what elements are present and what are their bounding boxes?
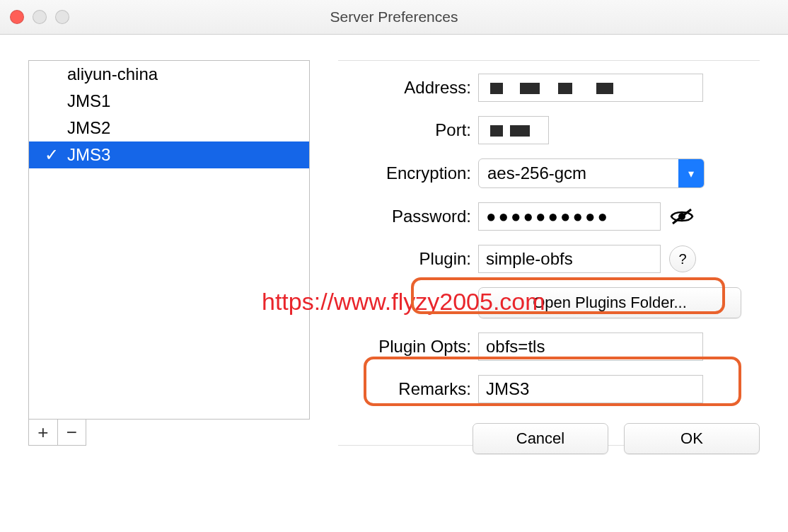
plugin-opts-input[interactable] bbox=[478, 332, 703, 361]
port-input[interactable] bbox=[478, 116, 549, 144]
minimize-button[interactable] bbox=[33, 10, 47, 24]
address-masked bbox=[486, 74, 695, 103]
password-input[interactable]: ●●●●●●●●●● bbox=[478, 202, 661, 231]
server-name: JMS3 bbox=[67, 145, 110, 164]
toggle-password-visibility[interactable] bbox=[669, 204, 695, 229]
window-title: Server Preferences bbox=[0, 0, 788, 34]
chevron-down-icon: ▾ bbox=[678, 159, 704, 187]
label-port: Port: bbox=[338, 120, 478, 140]
row-password: Password: ●●●●●●●●●● bbox=[338, 202, 760, 231]
row-port: Port: bbox=[338, 116, 760, 144]
label-plugin: Plugin: bbox=[338, 249, 478, 269]
row-remarks: Remarks: bbox=[338, 375, 760, 403]
footer-buttons: Cancel OK bbox=[473, 423, 760, 454]
label-remarks: Remarks: bbox=[338, 379, 478, 399]
label-password: Password: bbox=[338, 207, 478, 226]
server-name: JMS2 bbox=[67, 118, 110, 137]
checkmark-icon: ✓ bbox=[45, 141, 59, 168]
plugin-help-button[interactable]: ? bbox=[669, 245, 696, 272]
remarks-input[interactable] bbox=[478, 375, 703, 403]
label-plugin-opts: Plugin Opts: bbox=[338, 337, 478, 357]
label-address: Address: bbox=[338, 78, 478, 98]
close-button[interactable] bbox=[10, 10, 24, 24]
label-encryption: Encryption: bbox=[338, 163, 478, 183]
row-plugin: Plugin: ? bbox=[338, 245, 760, 273]
eye-off-icon bbox=[670, 208, 694, 225]
server-name: JMS1 bbox=[67, 91, 110, 110]
server-name: aliyun-china bbox=[67, 64, 158, 83]
port-masked bbox=[486, 117, 541, 145]
right-column: Address: Port: bbox=[338, 60, 760, 446]
encryption-select[interactable]: aes-256-gcm ▾ bbox=[478, 158, 705, 188]
content: aliyun-chinaJMS1JMS2✓JMS3 + − Address: bbox=[0, 35, 788, 467]
cancel-button[interactable]: Cancel bbox=[473, 423, 608, 454]
address-input[interactable] bbox=[478, 74, 703, 102]
server-row-1[interactable]: JMS1 bbox=[29, 88, 309, 115]
server-row-0[interactable]: aliyun-china bbox=[29, 61, 309, 88]
zoom-button[interactable] bbox=[55, 10, 69, 24]
row-address: Address: bbox=[338, 74, 760, 102]
server-row-2[interactable]: JMS2 bbox=[29, 115, 309, 141]
remove-server-button[interactable]: − bbox=[58, 420, 86, 445]
row-plugin-opts: Plugin Opts: bbox=[338, 332, 760, 361]
encryption-value: aes-256-gcm bbox=[479, 159, 678, 187]
row-open-plugins: Open Plugins Folder... bbox=[338, 287, 760, 318]
server-list[interactable]: aliyun-chinaJMS1JMS2✓JMS3 bbox=[28, 60, 310, 420]
row-encryption: Encryption: aes-256-gcm ▾ bbox=[338, 158, 760, 188]
traffic-lights bbox=[10, 10, 69, 24]
plugin-input[interactable] bbox=[478, 245, 661, 273]
server-row-3[interactable]: ✓JMS3 bbox=[29, 141, 309, 168]
list-buttons: + − bbox=[28, 420, 86, 446]
add-server-button[interactable]: + bbox=[29, 420, 58, 445]
left-column: aliyun-chinaJMS1JMS2✓JMS3 + − bbox=[28, 60, 310, 446]
open-plugins-folder-button[interactable]: Open Plugins Folder... bbox=[478, 287, 741, 318]
titlebar: Server Preferences bbox=[0, 0, 788, 35]
ok-button[interactable]: OK bbox=[624, 423, 760, 454]
